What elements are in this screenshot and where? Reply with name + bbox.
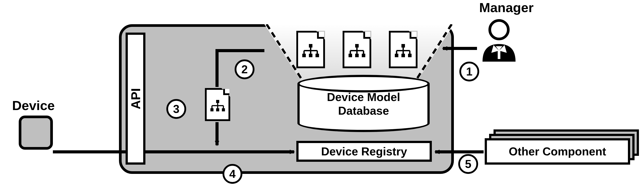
step-5-badge: 5 <box>458 154 478 174</box>
svg-rect-37 <box>216 108 219 111</box>
step-1-badge: 1 <box>459 62 479 81</box>
step-4-badge: 4 <box>222 164 242 184</box>
svg-rect-38 <box>222 108 225 111</box>
db-label: Device Model Database <box>298 90 430 118</box>
svg-rect-9 <box>302 54 306 57</box>
svg-rect-12 <box>355 44 359 47</box>
svg-rect-30 <box>216 100 219 103</box>
device-box <box>19 116 53 150</box>
document-icon <box>296 31 325 68</box>
svg-rect-20 <box>362 54 365 57</box>
hierarchy-icon <box>210 99 225 113</box>
svg-point-39 <box>490 20 508 39</box>
manager-person-icon <box>478 18 520 67</box>
step-2-badge: 2 <box>235 59 254 79</box>
api-box: API <box>126 32 146 165</box>
svg-rect-18 <box>348 54 352 57</box>
document-icon <box>342 31 371 68</box>
device-registry-box: Device Registry <box>296 141 432 162</box>
svg-rect-29 <box>408 54 412 57</box>
svg-rect-3 <box>309 44 312 47</box>
document-icon <box>389 31 418 68</box>
hierarchy-icon <box>394 44 412 59</box>
svg-rect-41 <box>498 50 500 59</box>
hierarchy-icon <box>348 44 366 59</box>
svg-rect-27 <box>395 54 398 57</box>
device-model-database: Device Model Database <box>298 75 430 130</box>
svg-rect-36 <box>210 108 214 111</box>
api-label: API <box>128 88 143 109</box>
svg-rect-19 <box>355 54 359 57</box>
other-component-label: Other Component <box>509 145 606 158</box>
device-label: Device <box>12 98 55 113</box>
svg-rect-21 <box>402 44 405 47</box>
document-icon <box>205 88 230 121</box>
svg-rect-11 <box>316 54 319 57</box>
manager-label: Manager <box>479 0 534 15</box>
device-registry-label: Device Registry <box>321 145 407 158</box>
svg-rect-28 <box>402 54 405 57</box>
svg-rect-10 <box>309 54 312 57</box>
hierarchy-icon <box>302 44 320 59</box>
step-3-badge: 3 <box>166 99 186 119</box>
